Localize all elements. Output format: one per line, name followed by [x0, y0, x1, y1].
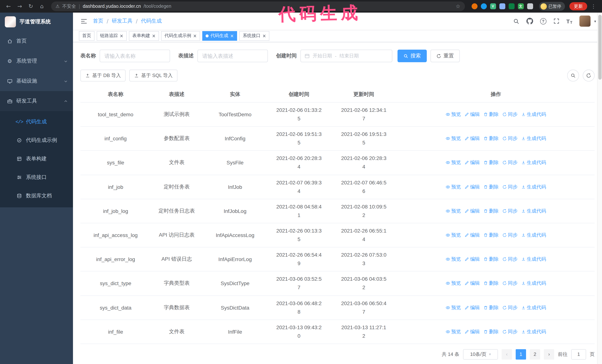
- edit-link[interactable]: 编辑: [464, 256, 480, 262]
- delete-link[interactable]: 删除: [484, 256, 499, 262]
- sidebar-item-home[interactable]: 首页: [0, 31, 73, 51]
- help-icon[interactable]: ?: [540, 18, 546, 24]
- refresh-table-button[interactable]: [583, 70, 595, 82]
- preview-link[interactable]: 预览: [446, 328, 461, 335]
- generate-link[interactable]: 生成代码: [521, 256, 546, 262]
- tab-home[interactable]: 首页: [79, 31, 95, 41]
- breadcrumb-home[interactable]: 首页: [93, 18, 103, 24]
- tab-codegen[interactable]: 代码生成 ×: [202, 31, 237, 41]
- tab-form-builder[interactable]: 表单构建 ×: [129, 31, 159, 41]
- search-button[interactable]: 搜索: [398, 50, 427, 62]
- edit-link[interactable]: 编辑: [464, 184, 480, 190]
- scrollbar-thumb[interactable]: [598, 15, 602, 80]
- sync-link[interactable]: 同步: [502, 135, 517, 142]
- sidebar-item-form-builder[interactable]: 表单构建: [0, 150, 73, 168]
- tab-tracing[interactable]: 链路追踪 ×: [97, 31, 127, 41]
- sidebar-item-codegen-example[interactable]: 代码生成示例: [0, 131, 73, 150]
- close-icon[interactable]: ×: [120, 33, 123, 38]
- delete-link[interactable]: 删除: [484, 328, 499, 335]
- url-bar[interactable]: ⚠ 不安全 | dashboard.yudao.iocoder.cn/tool/…: [51, 1, 465, 11]
- sync-link[interactable]: 同步: [502, 256, 517, 262]
- tab-system-api[interactable]: 系统接口 ×: [239, 31, 269, 41]
- close-icon[interactable]: ×: [230, 33, 234, 38]
- reload-icon[interactable]: ↻: [26, 1, 36, 11]
- translate-extension-icon[interactable]: 文: [518, 3, 524, 9]
- sidebar-item-db-doc[interactable]: 数据库文档: [0, 187, 73, 205]
- preview-link[interactable]: 预览: [446, 304, 461, 311]
- edit-link[interactable]: 编辑: [464, 111, 480, 118]
- avatar[interactable]: [580, 16, 591, 27]
- github-icon[interactable]: [526, 18, 533, 24]
- edit-link[interactable]: 编辑: [464, 328, 480, 335]
- import-db-button[interactable]: 基于 DB 导入: [80, 70, 126, 82]
- generate-link[interactable]: 生成代码: [521, 111, 546, 118]
- drop-extension-icon[interactable]: [481, 3, 487, 9]
- preview-link[interactable]: 预览: [446, 232, 461, 239]
- sync-link[interactable]: 同步: [502, 304, 517, 311]
- close-icon[interactable]: ×: [193, 33, 197, 38]
- sidebar-item-system-api[interactable]: 系统接口: [0, 168, 73, 187]
- breadcrumb-dev-tools[interactable]: 研发工具: [112, 18, 132, 24]
- prev-page-button[interactable]: ‹: [502, 349, 512, 360]
- edit-link[interactable]: 编辑: [464, 304, 480, 311]
- sync-link[interactable]: 同步: [502, 184, 517, 190]
- generate-link[interactable]: 生成代码: [521, 304, 546, 311]
- generate-link[interactable]: 生成代码: [521, 184, 546, 190]
- page-button-1[interactable]: 1: [516, 349, 526, 360]
- sync-link[interactable]: 同步: [502, 111, 517, 118]
- chrome-menu-icon[interactable]: ⋮: [589, 1, 598, 11]
- tab-codegen-example[interactable]: 代码生成示例 ×: [161, 31, 200, 41]
- edit-link[interactable]: 编辑: [464, 208, 480, 214]
- preview-link[interactable]: 预览: [446, 256, 461, 262]
- reset-button[interactable]: 重置: [430, 50, 460, 62]
- search-icon[interactable]: [513, 18, 519, 24]
- delete-link[interactable]: 删除: [484, 111, 499, 118]
- edit-link[interactable]: 编辑: [464, 159, 480, 166]
- edit-link[interactable]: 编辑: [464, 135, 480, 142]
- hamburger-icon[interactable]: [77, 15, 90, 27]
- fox-extension-icon[interactable]: [472, 3, 477, 9]
- preview-link[interactable]: 预览: [446, 280, 461, 287]
- fullscreen-icon[interactable]: [553, 18, 559, 24]
- toggle-search-button[interactable]: [567, 70, 579, 82]
- edit-link[interactable]: 编辑: [464, 280, 480, 287]
- font-size-icon[interactable]: TT: [566, 18, 572, 24]
- avatar-caret-icon[interactable]: ▾: [594, 19, 596, 23]
- sidebar-item-dev-tools[interactable]: 研发工具: [0, 91, 73, 111]
- sidebar-item-system-manage[interactable]: ⚙ 系统管理: [0, 51, 73, 71]
- generate-link[interactable]: 生成代码: [521, 208, 546, 214]
- preview-link[interactable]: 预览: [446, 135, 461, 142]
- sidebar-item-codegen[interactable]: </> 代码生成: [0, 113, 73, 131]
- bookmark-star-icon[interactable]: ☆: [456, 3, 460, 9]
- page-button-2[interactable]: 2: [530, 349, 540, 360]
- date-range-picker[interactable]: 开始日期 - 结束日期: [301, 50, 392, 62]
- generate-link[interactable]: 生成代码: [521, 280, 546, 287]
- next-page-button[interactable]: ›: [544, 349, 554, 360]
- puzzle-extension-icon[interactable]: [527, 3, 533, 9]
- delete-link[interactable]: 删除: [484, 280, 499, 287]
- delete-link[interactable]: 删除: [484, 304, 499, 311]
- update-button[interactable]: 更新: [570, 2, 587, 10]
- back-icon[interactable]: ←: [4, 1, 13, 11]
- delete-link[interactable]: 删除: [484, 159, 499, 166]
- app-logo[interactable]: 芋道管理系统: [0, 13, 73, 31]
- preview-link[interactable]: 预览: [446, 184, 461, 190]
- delete-link[interactable]: 删除: [484, 135, 499, 142]
- profile-chip[interactable]: 已暂停: [539, 2, 565, 11]
- preview-link[interactable]: 预览: [446, 159, 461, 166]
- sync-link[interactable]: 同步: [502, 328, 517, 335]
- people-extension-icon[interactable]: [499, 3, 505, 9]
- sync-link[interactable]: 同步: [502, 280, 517, 287]
- generate-link[interactable]: 生成代码: [521, 135, 546, 142]
- generate-link[interactable]: 生成代码: [521, 328, 546, 335]
- delete-link[interactable]: 删除: [484, 184, 499, 190]
- close-icon[interactable]: ×: [152, 33, 156, 38]
- preview-link[interactable]: 预览: [446, 111, 461, 118]
- preview-link[interactable]: 预览: [446, 208, 461, 214]
- goto-page-input[interactable]: [571, 349, 586, 360]
- forward-icon[interactable]: →: [15, 1, 24, 11]
- close-icon[interactable]: ×: [262, 33, 266, 38]
- table-desc-input[interactable]: [197, 50, 268, 62]
- generate-link[interactable]: 生成代码: [521, 232, 546, 239]
- sync-link[interactable]: 同步: [502, 208, 517, 214]
